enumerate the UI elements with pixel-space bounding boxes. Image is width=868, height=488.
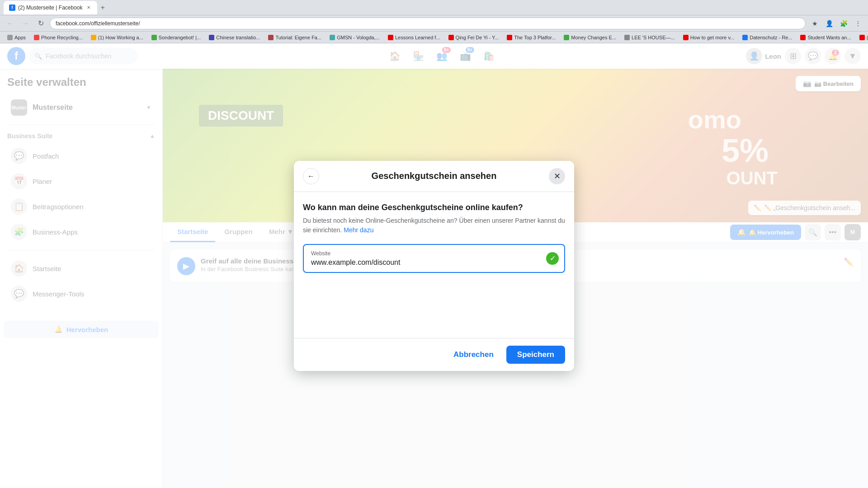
tab-list: f (2) Musterseite | Facebook ✕ +: [4, 1, 107, 14]
modal-backdrop: ← Geschenkgutschein ansehen ✕ Wo kann ma…: [0, 43, 868, 488]
bookmark-favicon-how-to-add: [859, 35, 865, 40]
mehr-dazu-link[interactable]: Mehr dazu: [344, 226, 373, 234]
cancel-btn[interactable]: Abbrechen: [446, 347, 501, 363]
modal-description-text: Du bietest noch keine Online-Geschenkgut…: [303, 217, 565, 234]
bookmark-apps[interactable]: Apps: [4, 34, 29, 41]
bookmark-chinese[interactable]: Chinese translatio...: [205, 34, 264, 41]
bookmark-btn[interactable]: ★: [808, 17, 821, 30]
bookmark-datenschutz[interactable]: Datenschutz - Re...: [739, 34, 796, 41]
refresh-btn[interactable]: ↻: [34, 17, 47, 30]
bookmark-phone[interactable]: Phone Recycling...: [30, 34, 86, 41]
modal-body: Wo kann man deine Geschenkgutscheine onl…: [294, 192, 574, 338]
bookmark-favicon-chinese: [209, 35, 214, 40]
tab-close-btn[interactable]: ✕: [85, 5, 92, 11]
modal-question: Wo kann man deine Geschenkgutscheine onl…: [303, 203, 565, 212]
new-tab-btn[interactable]: +: [99, 4, 107, 12]
bookmark-favicon-student: [800, 35, 806, 40]
modal-footer: Abbrechen Speichern: [294, 338, 574, 371]
extensions-btn[interactable]: 🧩: [837, 17, 850, 30]
bookmark-top3[interactable]: The Top 3 Platfor...: [503, 34, 559, 41]
tab-favicon: f: [9, 5, 15, 11]
bookmark-tutorial[interactable]: Tutorial: Eigene Fa...: [264, 34, 325, 41]
modal-description: Du bietest noch keine Online-Geschenkgut…: [303, 216, 565, 235]
bookmark-money[interactable]: Money Changes E...: [560, 34, 620, 41]
modal-close-btn[interactable]: ✕: [549, 168, 565, 184]
bookmark-student[interactable]: Student Wants an...: [797, 34, 854, 41]
bookmark-favicon-tutorial: [268, 35, 274, 40]
profile-btn[interactable]: 👤: [823, 17, 835, 30]
bookmark-favicon-lessons: [388, 35, 393, 40]
bookmark-sonder[interactable]: Sonderangebot! |...: [148, 34, 204, 41]
bookmark-favicon-sonder: [151, 35, 157, 40]
modal-header: ← Geschenkgutschein ansehen ✕: [294, 161, 574, 192]
bookmark-how-to-add[interactable]: (2) How To Add A...: [856, 34, 868, 41]
tab-title: (2) Musterseite | Facebook: [18, 5, 83, 11]
modal-back-btn[interactable]: ←: [303, 168, 319, 184]
modal-geschenkgutschein: ← Geschenkgutschein ansehen ✕ Wo kann ma…: [294, 161, 574, 371]
modal-spacer: [303, 273, 565, 327]
bookmark-favicon-lee: [624, 35, 630, 40]
browser-tab-bar: f (2) Musterseite | Facebook ✕ +: [0, 0, 868, 15]
bookmark-favicon-working: [91, 35, 96, 40]
modal-title: Geschenkgutschein ansehen: [319, 171, 549, 181]
valid-checkmark-icon: ✓: [546, 252, 559, 265]
bookmark-more[interactable]: How to get more v...: [679, 34, 738, 41]
bookmark-favicon-top3: [507, 35, 512, 40]
website-input-container: Website ✓: [303, 244, 565, 273]
back-btn[interactable]: ←: [4, 17, 16, 30]
bookmark-lessons[interactable]: Lessons Learned f...: [384, 34, 444, 41]
bookmark-lee[interactable]: LEE 'S HOUSE—...: [621, 34, 679, 41]
bookmark-favicon-qing: [448, 35, 454, 40]
browser-actions: ★ 👤 🧩 ⋮: [808, 17, 864, 30]
bookmark-favicon-gmsn: [330, 35, 335, 40]
bookmark-favicon-money: [564, 35, 569, 40]
website-label: Website: [311, 250, 557, 257]
active-tab[interactable]: f (2) Musterseite | Facebook ✕: [4, 1, 97, 14]
bookmark-favicon-datenschutz: [742, 35, 748, 40]
bookmark-gmsn[interactable]: GMSN - Vologda,...: [326, 34, 383, 41]
save-btn[interactable]: Speichern: [506, 346, 565, 364]
bookmark-favicon-more: [683, 35, 689, 40]
bookmark-working[interactable]: (1) How Working a...: [87, 34, 147, 41]
bookmark-favicon: [7, 35, 13, 40]
bookmarks-bar: Apps Phone Recycling... (1) How Working …: [0, 32, 868, 43]
address-input[interactable]: [50, 18, 806, 29]
address-bar-row: ← → ↻ ★ 👤 🧩 ⋮: [0, 15, 868, 32]
forward-btn[interactable]: →: [19, 17, 32, 30]
menu-btn[interactable]: ⋮: [852, 17, 864, 30]
bookmark-favicon-phone: [34, 35, 39, 40]
bookmark-qing[interactable]: Qing Fei De Yi - Y...: [445, 34, 503, 41]
website-input[interactable]: [311, 258, 557, 267]
